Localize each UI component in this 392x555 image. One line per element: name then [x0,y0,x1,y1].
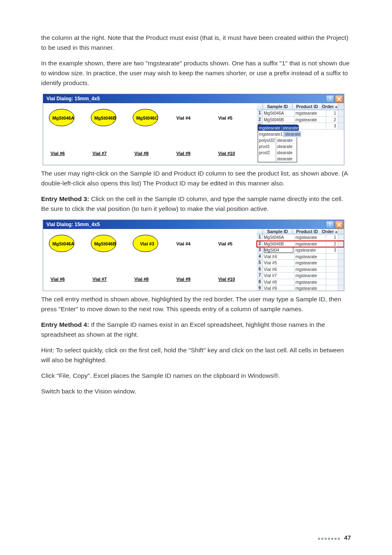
vial-label: MgSt046A [51,236,76,246]
vial-slot[interactable]: Vial #10 [218,146,244,156]
dialog-titlebar[interactable]: Vial Dialog: 15mm_4x5 ? [43,220,344,229]
vial-label: Vial #5 [218,111,244,120]
dialog-titlebar[interactable]: Vial Dialog: 15mm_4x5 ? [43,94,344,103]
table-row[interactable]: 2MgSt046Bmgstearate2 [257,241,344,247]
col-order[interactable]: Order▲ [322,229,339,234]
para-9: Switch back to the Vision window. [41,386,351,396]
svg-text:?: ? [329,222,331,227]
dropdown-item[interactable]: polyol32stearate [258,137,297,143]
page-number: 47 [344,534,351,541]
para-method3: Entry Method 3: Click on the cell in the… [41,194,351,214]
vial-label: Vial #6 [51,272,76,282]
scroll-up-icon[interactable] [338,103,344,110]
vial-label: Vial #10 [218,272,244,282]
vial-label: Vial #8 [134,146,160,156]
vial-label: Vial #8 [134,272,160,282]
dropdown-item[interactable]: stearate [258,156,297,162]
table-row[interactable]: 1MgSt046Amgstearate1 [257,110,344,117]
vial-dialog-fig2: Vial Dialog: 15mm_4x5 ? MgSt046AMgSt046B… [43,220,344,291]
vial-slot[interactable]: MgSt046B [92,111,118,120]
vial-slot[interactable]: Vial #10 [218,272,244,282]
vial-slot[interactable]: Vial #8 [134,146,160,156]
col-sample[interactable]: Sample ID [263,229,293,234]
entry-method-4-label: Entry Method 4: [41,321,89,328]
help-button[interactable]: ? [326,95,334,103]
vial-slot[interactable]: Vial #7 [92,272,118,282]
vial-label: MgSt046B [92,111,118,120]
vial-label: Vial #3 [134,236,160,246]
vial-label: Vial #10 [218,146,244,156]
table-row[interactable]: 5Vial #5mgstearate [257,260,344,266]
para-5: The cell entry method is shown above, hi… [41,294,351,314]
vial-label: Vial #4 [176,236,202,246]
scroll-up-icon[interactable] [338,229,344,234]
vial-slot[interactable]: MgSt046A [51,111,76,120]
vial-slot[interactable]: Vial #6 [51,272,76,282]
para-2: In the example shown, there are two "mgs… [41,58,351,88]
table-row[interactable]: 2MgSt046Bmgstearate2 [257,117,344,123]
close-button[interactable] [335,221,343,229]
table-row[interactable]: 9Vial #9mgstearate [257,285,344,291]
table-row[interactable]: 8Vial #8mgstearate [257,279,344,286]
dropdown-item[interactable]: prod2stearate [258,150,297,156]
vial-label: Vial #6 [51,146,76,156]
vial-label: Vial #7 [92,272,118,282]
page-footer: 47 [317,534,351,541]
footer-dots-icon [317,534,340,541]
para-8: Click "File, Copy". Excel places the Sam… [41,371,351,381]
dropdown-item[interactable]: mgstearatestearate [258,125,297,131]
vial-slot[interactable]: Vial #8 [134,272,160,282]
entry-method-3-label: Entry Method 3: [41,195,89,202]
vial-dialog-fig1: Vial Dialog: 15mm_4x5 ? MgSt046AMgSt046B… [43,94,344,165]
dialog-title: Vial Dialog: 15mm_4x5 [46,222,100,227]
vial-slot[interactable]: Vial #5 [218,111,244,120]
grid-header[interactable]: Sample ID Product ID Order▲ [257,103,344,110]
svg-text:?: ? [329,97,331,101]
table-row[interactable]: 4Vial #4mgstearate [257,254,344,260]
help-button[interactable]: ? [326,221,334,229]
para-3: The user may right-click on the Sample I… [41,169,351,188]
table-row[interactable]: 1MgSt046Amgstearate1 [257,234,344,241]
vial-slot[interactable]: MgSt046A [51,236,76,246]
col-sample[interactable]: Sample ID [263,103,293,110]
vial-label: Vial #5 [218,236,244,246]
para-7: Hint: To select quickly, click on the fi… [41,345,351,365]
vial-label: Vial #9 [176,146,202,156]
vial-pane[interactable]: MgSt046AMgSt046BVial #3Vial #4Vial #5 Vi… [43,229,257,291]
dropdown-item[interactable]: prod1stearate [258,143,297,150]
product-dropdown[interactable]: mgstearatestearatemgstearate1stearatepol… [258,125,297,162]
para-method4: Entry Method 4: If the Sample ID names e… [41,320,351,340]
vial-slot[interactable]: Vial #3 [134,236,160,246]
col-product[interactable]: Product ID [293,229,322,234]
dropdown-item[interactable]: mgstearate1stearate [258,131,297,137]
vial-label: MgSt046A [51,111,76,120]
grid-pane[interactable]: Sample ID Product ID Order▲ 1MgSt046Amgs… [257,229,344,291]
vial-slot[interactable]: Vial #9 [176,146,202,156]
vial-label: Vial #9 [176,272,202,282]
vial-label: Vial #7 [92,146,118,156]
close-button[interactable] [335,95,343,103]
vial-slot[interactable]: Vial #4 [176,111,202,120]
vial-slot[interactable]: Vial #6 [51,146,76,156]
table-row[interactable]: 3MgSt04ngstearate3 [257,247,344,254]
vial-label: MgSt046B [92,236,118,246]
dialog-title: Vial Dialog: 15mm_4x5 [46,96,100,102]
vial-slot[interactable]: Vial #7 [92,146,118,156]
table-row[interactable]: 6Vial #6mgstearate [257,266,344,273]
vial-slot[interactable]: Vial #4 [176,236,202,246]
para-1: the column at the right. Note that the P… [41,33,351,53]
vial-slot[interactable]: Vial #9 [176,272,202,282]
vial-slot[interactable]: MgSt046C [134,111,160,120]
vial-pane[interactable]: MgSt046AMgSt046BMgSt046CVial #4Vial #5 V… [43,103,257,165]
grid-header[interactable]: Sample ID Product ID Order▲ [257,229,344,234]
col-product[interactable]: Product ID [293,103,322,110]
vial-slot[interactable]: MgSt046B [92,236,118,246]
vial-label: Vial #4 [176,111,202,120]
vial-slot[interactable]: Vial #5 [218,236,244,246]
sample-id-input[interactable]: MgSt04 [264,247,293,253]
col-order[interactable]: Order▲ [322,103,339,110]
table-row[interactable]: 7Vial #7mgstearate [257,273,344,279]
vial-label: MgSt046C [134,111,160,120]
